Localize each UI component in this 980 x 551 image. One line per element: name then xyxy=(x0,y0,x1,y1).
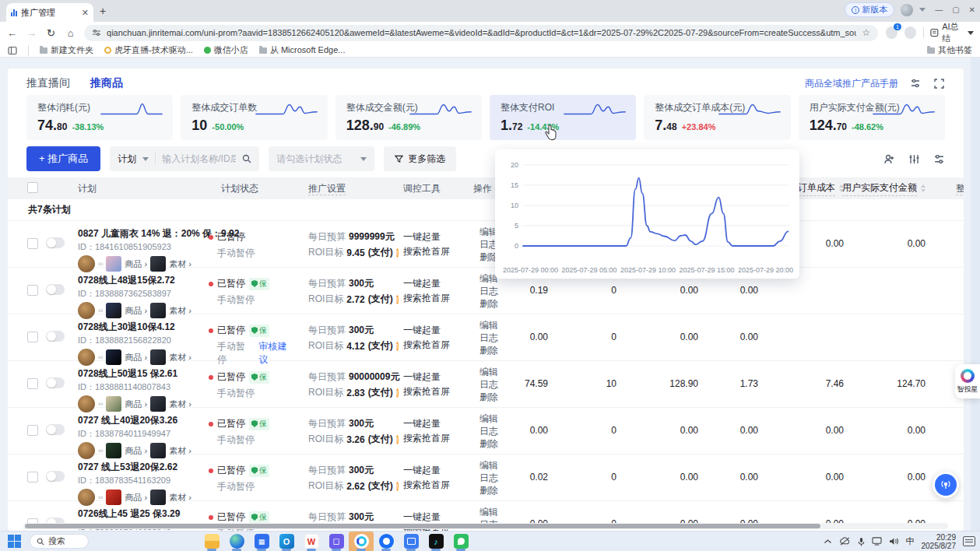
taskbar-clock[interactable]: 20:292025/8/27 xyxy=(922,533,957,550)
plan-title[interactable]: 0726线上45 退25 保3.29 xyxy=(78,507,209,521)
delete-action[interactable]: 删除 xyxy=(479,297,506,310)
col-paid-amount[interactable]: 用户实际支付金额 xyxy=(850,181,932,196)
maximize-button[interactable]: ▢ xyxy=(952,5,959,14)
tool-search-topview[interactable]: 搜索抢首屏 xyxy=(403,478,459,493)
row-toggle[interactable] xyxy=(46,424,65,435)
log-action[interactable]: 日志 xyxy=(479,472,506,484)
table-filter-icon[interactable] xyxy=(933,153,945,165)
bookmark-item[interactable]: 新建文件夹 xyxy=(40,44,93,56)
outlook-icon[interactable]: O xyxy=(274,532,299,551)
tab-product[interactable]: 推商品 xyxy=(90,76,123,90)
minimize-button[interactable]: — xyxy=(935,5,943,14)
row-toggle[interactable] xyxy=(46,377,65,388)
start-button[interactable] xyxy=(8,535,22,549)
col-tool[interactable]: 调控工具 xyxy=(391,182,459,195)
row-toggle[interactable] xyxy=(46,471,65,482)
douyin-icon[interactable]: ♪ xyxy=(423,532,448,551)
plan-title[interactable]: 0728线上30退10保4.12 xyxy=(78,321,209,334)
address-bar[interactable]: qianchuan.jinritemai.com/uni-prom?aavid=… xyxy=(84,25,878,41)
notification-center-icon[interactable] xyxy=(963,536,975,546)
plan-type-select[interactable]: 计划 xyxy=(118,153,136,166)
metric-card-roi[interactable]: 整体支付ROI 1.72-14.43% xyxy=(490,95,636,140)
plan-title[interactable]: 0727 线上53退20保2.62 xyxy=(78,461,209,474)
settings-sliders-icon[interactable] xyxy=(909,77,922,89)
metric-card-order-cost[interactable]: 整体成交订单成本(元) 7.48+23.84% xyxy=(644,95,790,140)
tool-search-topview[interactable]: 搜索抢首屏 xyxy=(403,431,459,446)
app-purple-icon[interactable]: ◻ xyxy=(324,532,349,551)
row-checkbox[interactable] xyxy=(27,238,38,249)
plan-title[interactable]: 0827 儿童雨衣 14% 退：20% 保：9.92 xyxy=(78,227,209,240)
extensions-menu-icon[interactable] xyxy=(904,26,916,39)
edit-action[interactable]: 编辑 xyxy=(479,366,506,378)
log-action[interactable]: 日志 xyxy=(479,425,506,437)
extension-icon[interactable]: 1 xyxy=(886,26,897,39)
tool-search-topview[interactable]: 搜索抢首屏 xyxy=(403,384,459,399)
tool-quick-boost[interactable]: 一键起量 xyxy=(403,276,459,291)
plan-title[interactable]: 0728线上48退15保2.72 xyxy=(78,274,209,287)
edit-action[interactable]: 编辑 xyxy=(479,412,506,425)
tool-quick-boost[interactable]: 一键起量 xyxy=(403,416,459,431)
sort-icon[interactable] xyxy=(921,182,926,195)
row-checkbox[interactable] xyxy=(27,425,38,436)
log-action[interactable]: 日志 xyxy=(479,285,506,297)
close-button[interactable]: ✕ xyxy=(969,5,975,14)
assistant-fab-button[interactable] xyxy=(933,472,959,498)
row-toggle[interactable] xyxy=(46,237,65,248)
plan-title[interactable]: 0727 线上40退20保3.26 xyxy=(78,414,209,427)
row-toggle[interactable] xyxy=(46,284,65,295)
ai-summary-button[interactable]: AI总结 xyxy=(930,21,974,44)
reload-icon[interactable]: ↻ xyxy=(45,27,57,39)
file-explorer-icon[interactable] xyxy=(199,532,224,551)
home-icon[interactable]: ⌂ xyxy=(65,27,76,39)
edit-action[interactable]: 编辑 xyxy=(479,459,506,472)
bookmark-item[interactable]: 虎牙直播-技术驱动... xyxy=(104,44,193,56)
metric-card-gmv[interactable]: 整体成交金额(元) 128.90-46.89% xyxy=(335,95,482,140)
bookmark-item[interactable]: 微信小店 xyxy=(204,44,248,56)
qianchuan-active-app-icon[interactable] xyxy=(349,532,374,551)
tool-quick-boost[interactable]: 一键起量 xyxy=(403,230,459,244)
col-setting[interactable]: 推广设置 xyxy=(296,182,391,195)
product-manual-link[interactable]: 商品全域推广产品手册 xyxy=(805,77,898,90)
promote-product-button[interactable]: + 推广商品 xyxy=(26,146,100,171)
row-checkbox[interactable] xyxy=(27,472,38,483)
forward-icon[interactable]: → xyxy=(26,27,37,39)
add-member-icon[interactable] xyxy=(883,153,895,165)
horizontal-scrollbar[interactable] xyxy=(23,523,948,529)
search-input[interactable]: 输入计划名称/ID后回车搜索 xyxy=(162,153,236,166)
row-toggle[interactable] xyxy=(46,331,65,342)
column-settings-icon[interactable] xyxy=(908,153,920,165)
more-filters-button[interactable]: 更多筛选 xyxy=(384,146,456,171)
app-blue-circle-icon[interactable] xyxy=(374,532,399,551)
browser-tab[interactable]: 推广管理 ✕ xyxy=(6,3,93,22)
tool-search-topview[interactable]: 搜索抢首屏 xyxy=(403,291,459,306)
delete-action[interactable]: 删除 xyxy=(479,437,506,450)
onedrive-paused-icon[interactable] xyxy=(839,537,851,546)
scrollbar-thumb[interactable] xyxy=(25,524,820,528)
edge-browser-icon[interactable] xyxy=(224,532,249,551)
other-bookmarks[interactable]: 其他书签 xyxy=(927,44,972,56)
profile-caret-icon[interactable] xyxy=(919,8,926,15)
edit-action[interactable]: 编辑 xyxy=(479,319,506,332)
app-green-icon[interactable] xyxy=(448,532,473,551)
fullscreen-icon[interactable] xyxy=(933,77,945,89)
delete-action[interactable]: 删除 xyxy=(479,344,506,356)
metric-card-cost[interactable]: 整体消耗(元) 74.80-38.13% xyxy=(26,95,173,140)
microphone-icon[interactable] xyxy=(858,537,865,546)
status-filter-select[interactable]: 请勾选计划状态 xyxy=(269,146,374,171)
bookmark-item[interactable]: 从 Microsoft Edge... xyxy=(259,44,346,56)
new-version-badge[interactable]: !新版本 xyxy=(845,2,894,17)
col-next[interactable]: 整体 xyxy=(932,182,964,195)
hidden-icons-chevron[interactable] xyxy=(824,539,832,545)
site-settings-icon[interactable] xyxy=(92,28,101,37)
back-icon[interactable]: ← xyxy=(6,27,18,39)
tab-live-room[interactable]: 推直播间 xyxy=(26,76,70,90)
bookmark-star-icon[interactable]: ☆ xyxy=(862,27,870,38)
search-icon[interactable] xyxy=(242,154,251,163)
row-checkbox[interactable] xyxy=(27,332,38,342)
speaker-icon[interactable] xyxy=(889,537,899,546)
wps-office-icon[interactable]: W xyxy=(299,532,324,551)
tool-quick-boost[interactable]: 一键起量 xyxy=(403,323,459,338)
tool-search-topview[interactable]: 搜索抢首屏 xyxy=(403,244,459,259)
col-plan[interactable]: 计划 xyxy=(67,182,209,195)
browser-profile-avatar[interactable] xyxy=(901,4,913,16)
